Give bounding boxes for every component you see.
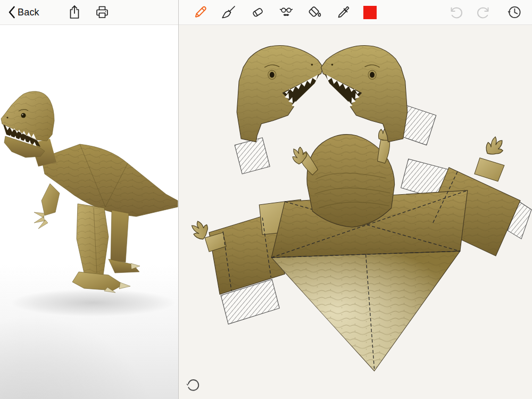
- print-icon: [95, 4, 110, 20]
- undo-icon: [447, 4, 463, 20]
- template-pieces: [188, 46, 531, 371]
- rotate-ccw-icon: [185, 377, 202, 394]
- history-group: [446, 3, 532, 21]
- eraser-tool-button[interactable]: [248, 3, 267, 21]
- ground-shadow: [11, 289, 176, 317]
- folded-dinosaur-model: [0, 25, 178, 399]
- dino-3d-far-leg: [111, 210, 129, 262]
- template-left-head: [237, 46, 323, 142]
- template-right-head: [321, 46, 407, 142]
- toolbar-left-group: Back: [0, 3, 178, 21]
- dino-3d-figure: [1, 92, 178, 317]
- print-button[interactable]: [94, 3, 111, 21]
- workspace: [0, 25, 532, 399]
- revert-history-icon: [506, 4, 522, 20]
- stickers-tool-button[interactable]: [277, 3, 295, 21]
- unfolded-dinosaur-template: [178, 25, 532, 399]
- eyedropper-icon: [336, 4, 352, 20]
- rotate-view-button[interactable]: [184, 376, 203, 395]
- paint-bucket-icon: [307, 4, 323, 20]
- back-label: Back: [18, 7, 39, 18]
- share-icon: [67, 4, 82, 20]
- dino-3d-nostril: [6, 117, 8, 118]
- back-button[interactable]: Back: [4, 4, 43, 20]
- template-canvas-panel[interactable]: [178, 25, 532, 399]
- glue-tab-left-head: [235, 138, 270, 174]
- dino-3d-arm: [34, 184, 60, 229]
- eraser-icon: [250, 4, 265, 20]
- template-tail-triangle: [271, 251, 460, 371]
- pencil-icon: [192, 4, 208, 20]
- eyedropper-tool-button[interactable]: [335, 3, 353, 21]
- redo-button[interactable]: [476, 3, 494, 21]
- back-chevron-icon: [7, 5, 16, 19]
- undo-button[interactable]: [446, 3, 464, 21]
- pencil-tool-button[interactable]: [191, 3, 209, 21]
- history-button[interactable]: [505, 3, 523, 21]
- app-window: Back: [0, 0, 532, 399]
- panel-divider: [178, 0, 179, 399]
- color-swatch[interactable]: [363, 6, 377, 19]
- glasses-mustache-icon: [278, 4, 294, 20]
- brush-icon: [221, 4, 237, 20]
- preview-3d-panel[interactable]: [0, 25, 178, 399]
- share-button[interactable]: [66, 3, 83, 21]
- toolbar: Back: [0, 0, 532, 25]
- tool-group: [191, 3, 377, 21]
- fill-tool-button[interactable]: [306, 3, 324, 21]
- dino-3d-eye: [21, 113, 26, 118]
- brush-tool-button[interactable]: [220, 3, 238, 21]
- redo-icon: [477, 4, 493, 20]
